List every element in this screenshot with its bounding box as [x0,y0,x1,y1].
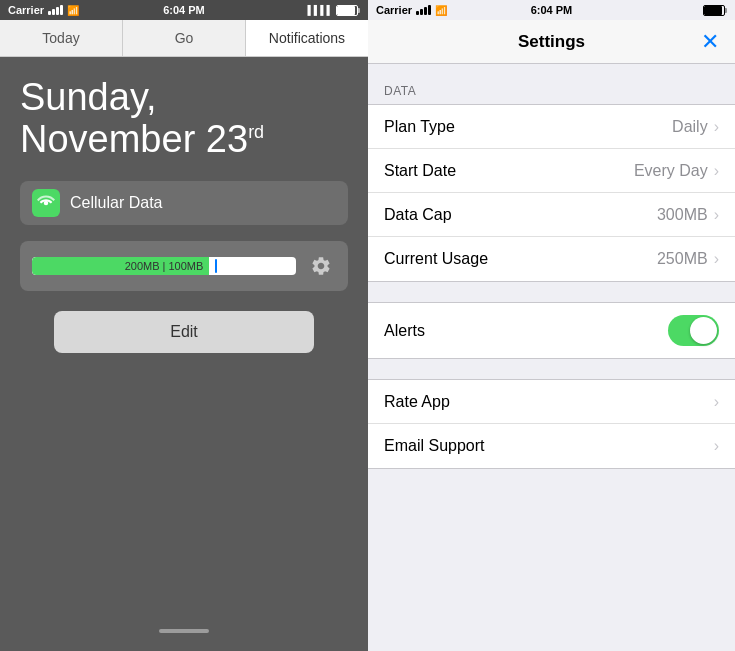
cellular-icon [32,189,60,217]
time-left: 6:04 PM [163,4,205,16]
rate-app-chevron: › [714,393,719,411]
progress-bar: 200MB | 100MB [32,257,296,275]
left-bottom [0,611,368,651]
tab-go[interactable]: Go [123,20,246,56]
date-display: Sunday, November 23rd [20,77,348,161]
tab-today[interactable]: Today [0,20,123,56]
carrier-right: Carrier [376,4,412,16]
toggle-knob [690,317,717,344]
settings-title: Settings [518,32,585,52]
row-start-date[interactable]: Start Date Every Day › [368,149,735,193]
carrier-left: Carrier [8,4,44,16]
edit-button[interactable]: Edit [54,311,314,353]
start-date-value: Every Day [634,162,708,180]
tab-notifications[interactable]: Notifications [246,20,368,56]
cellular-row: Cellular Data [20,181,348,225]
row-data-cap[interactable]: Data Cap 300MB › [368,193,735,237]
data-cap-value: 300MB [657,206,708,224]
current-usage-label: Current Usage [384,250,657,268]
tab-bar: Today Go Notifications [0,20,368,57]
current-usage-value: 250MB [657,250,708,268]
data-bar-container: 200MB | 100MB [20,241,348,291]
plan-type-chevron: › [714,118,719,136]
row-rate-app[interactable]: Rate App › [368,380,735,424]
email-support-chevron: › [714,437,719,455]
settings-content: DATA Plan Type Daily › Start Date Every … [368,64,735,651]
plan-type-label: Plan Type [384,118,672,136]
time-right: 6:04 PM [531,4,573,16]
start-date-label: Start Date [384,162,634,180]
date-line1: Sunday, [20,77,348,119]
email-support-label: Email Support [384,437,714,455]
wifi-cell-icon [37,194,55,212]
cellular-label: Cellular Data [70,194,162,212]
settings-header: Settings ✕ [368,20,735,64]
plan-type-value: Daily [672,118,708,136]
left-content: Sunday, November 23rd Cellular Data 200M… [0,57,368,611]
data-cap-chevron: › [714,206,719,224]
rate-app-label: Rate App [384,393,714,411]
row-plan-type[interactable]: Plan Type Daily › [368,105,735,149]
settings-group-data: Plan Type Daily › Start Date Every Day ›… [368,104,735,282]
progress-text: 200MB | 100MB [32,257,296,275]
settings-group-support: Rate App › Email Support › [368,379,735,469]
row-email-support[interactable]: Email Support › [368,424,735,468]
gear-icon [310,255,332,277]
settings-group-alerts: Alerts [368,302,735,359]
alerts-label: Alerts [384,322,668,340]
right-panel: Carrier 📶 6:04 PM Settings ✕ DATA [368,0,735,651]
row-current-usage[interactable]: Current Usage 250MB › [368,237,735,281]
alerts-toggle[interactable] [668,315,719,346]
row-alerts: Alerts [368,303,735,358]
current-usage-chevron: › [714,250,719,268]
settings-close-button[interactable]: ✕ [701,29,719,55]
left-panel: Carrier 📶 6:04 PM ▌▌▌▌ Today Go Notifica… [0,0,368,651]
home-indicator [159,629,209,633]
gear-button[interactable] [306,251,336,281]
data-cap-label: Data Cap [384,206,657,224]
svg-point-0 [44,200,49,205]
date-line2: November 23rd [20,119,348,161]
section-header-data: DATA [368,84,735,104]
start-date-chevron: › [714,162,719,180]
